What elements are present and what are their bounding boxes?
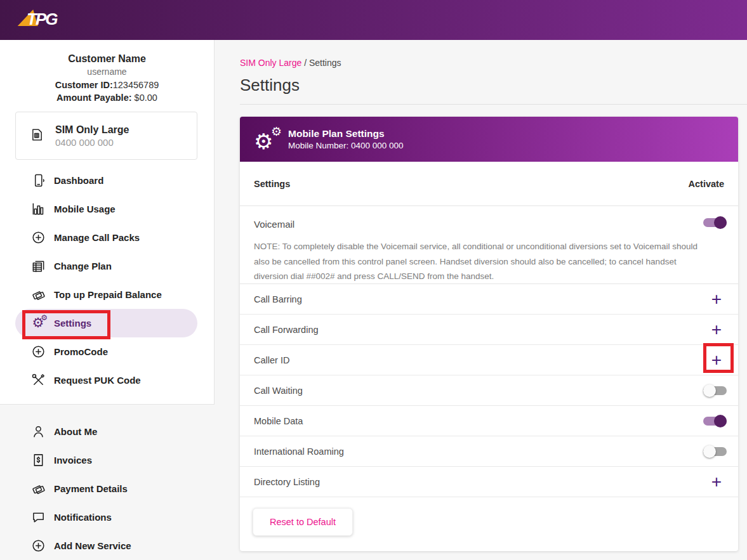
amount-payable-line: Amount Payable: $0.00 xyxy=(0,91,214,104)
sidebar-item-label: Top up Prepaid Balance xyxy=(54,289,162,300)
customer-profile: Customer Name username Customer ID:12345… xyxy=(0,40,214,104)
sidebar: Customer Name username Customer ID:12345… xyxy=(0,40,215,405)
expand-plus-icon[interactable]: + xyxy=(711,322,727,337)
sidebar-item-manage-call-packs[interactable]: Manage Call Packs xyxy=(15,223,197,252)
sidebar-item-label: Mobile Usage xyxy=(54,204,116,214)
customer-name: Customer Name xyxy=(0,53,214,65)
settings-rows: Call Barring+Call Forwarding+Caller ID+C… xyxy=(240,284,738,497)
setting-row-directory-listing[interactable]: Directory Listing+ xyxy=(240,467,738,497)
toggle-switch[interactable] xyxy=(703,216,727,229)
sidebar-nav-secondary: About Me Invoices Payment Details Notifi… xyxy=(0,417,215,560)
sidebar-item-notifications[interactable]: Notifications xyxy=(15,503,198,531)
setting-row-call-waiting[interactable]: Call Waiting xyxy=(240,375,738,406)
sidebar-item-change-plan[interactable]: Change Plan xyxy=(15,252,197,280)
plan-card-title: SIM Only Large xyxy=(55,124,129,136)
sidebar-nav-primary: Dashboard Mobile Usage Manage Call Packs… xyxy=(0,166,214,394)
sidebar-item-label: Payment Details xyxy=(54,483,128,494)
tpg-logo-text: TPG xyxy=(27,10,56,29)
customer-username: username xyxy=(0,65,214,79)
sidebar-item-label: Dashboard xyxy=(54,175,103,186)
main-content: SIM Only Large / Settings Settings ⚙ ⚙ M… xyxy=(215,40,747,560)
expand-plus-icon[interactable]: + xyxy=(711,474,727,490)
sidebar-item-about-me[interactable]: About Me xyxy=(15,417,198,446)
bar-chart-icon xyxy=(30,202,46,217)
column-header-activate: Activate xyxy=(689,179,724,189)
settings-column-headers: Settings Activate xyxy=(240,162,738,206)
amount-payable-value: $0.00 xyxy=(135,93,157,103)
gears-icon: ⚙⚙ xyxy=(30,316,46,331)
breadcrumb-current: Settings xyxy=(309,58,341,68)
toggle-switch[interactable] xyxy=(703,384,727,397)
expand-plus-icon[interactable]: + xyxy=(711,353,727,368)
setting-row-label: Call Forwarding xyxy=(254,325,319,335)
setting-row-call-forwarding[interactable]: Call Forwarding+ xyxy=(240,315,738,345)
setting-row-international-roaming[interactable]: International Roaming xyxy=(240,436,738,467)
plan-icon xyxy=(30,259,46,274)
setting-row-label: Call Waiting xyxy=(254,386,303,396)
sidebar-item-label: Request PUK Code xyxy=(54,375,141,386)
sidebar-item-dashboard[interactable]: Dashboard xyxy=(15,166,197,195)
breadcrumb-parent-link[interactable]: SIM Only Large xyxy=(240,58,301,68)
voicemail-row: Voicemail xyxy=(240,206,738,231)
setting-row-mobile-data[interactable]: Mobile Data xyxy=(240,406,738,436)
gears-icon: ⚙ ⚙ xyxy=(254,126,283,153)
breadcrumb: SIM Only Large / Settings xyxy=(240,58,747,68)
sidebar-item-label: Invoices xyxy=(54,455,92,466)
sidebar-item-payment-details[interactable]: Payment Details xyxy=(15,474,198,503)
toggle-knob xyxy=(703,445,716,458)
toggle-switch[interactable] xyxy=(703,415,727,427)
settings-panel: ⚙ ⚙ Mobile Plan Settings Mobile Number: … xyxy=(240,117,738,551)
sidebar-item-label: Manage Call Packs xyxy=(54,232,140,243)
toggle-knob xyxy=(703,384,716,397)
plan-card-number: 0400 000 000 xyxy=(55,136,129,148)
phone-icon xyxy=(30,173,46,188)
plus-circle-icon xyxy=(30,538,46,554)
expand-plus-icon[interactable]: + xyxy=(711,292,727,307)
plan-card[interactable]: SIM Only Large 0400 000 000 xyxy=(15,112,197,160)
customer-id-line: Customer ID:123456789 xyxy=(0,79,214,91)
sidebar-item-label: PromoCode xyxy=(54,346,108,357)
cards-icon xyxy=(30,287,46,303)
sidebar-item-top-up-prepaid-balance[interactable]: Top up Prepaid Balance xyxy=(15,280,197,309)
person-icon xyxy=(30,424,46,440)
setting-row-call-barring[interactable]: Call Barring+ xyxy=(240,284,738,315)
toggle-switch[interactable] xyxy=(703,445,727,458)
sidebar-item-mobile-usage[interactable]: Mobile Usage xyxy=(15,195,197,223)
setting-row-caller-id[interactable]: Caller ID+ xyxy=(240,345,738,375)
voicemail-label: Voicemail xyxy=(254,219,294,230)
invoice-icon xyxy=(30,453,46,468)
voicemail-note: NOTE: To completely disable the Voicemai… xyxy=(240,231,724,284)
title-divider xyxy=(240,104,747,105)
sidebar-item-settings[interactable]: ⚙⚙ Settings xyxy=(15,309,197,337)
toggle-knob xyxy=(714,415,727,427)
setting-row-label: Caller ID xyxy=(254,355,289,365)
voicemail-section: Voicemail NOTE: To completely disable th… xyxy=(240,206,738,284)
setting-row-label: International Roaming xyxy=(254,446,344,457)
plus-circle-icon xyxy=(30,344,46,360)
sidebar-item-invoices[interactable]: Invoices xyxy=(15,446,198,474)
page-title: Settings xyxy=(240,75,747,95)
tools-icon xyxy=(30,373,46,388)
top-header-bar: TPG xyxy=(0,0,747,40)
reset-area: Reset to Default xyxy=(240,497,738,551)
tpg-logo[interactable]: TPG xyxy=(23,8,77,32)
banner-title: Mobile Plan Settings xyxy=(288,127,404,140)
setting-row-label: Mobile Data xyxy=(254,416,303,426)
sidebar-item-request-puk-code[interactable]: Request PUK Code xyxy=(15,366,197,394)
sim-card-icon xyxy=(30,127,46,144)
sidebar-item-label: Notifications xyxy=(54,512,112,523)
sidebar-item-add-new-service[interactable]: Add New Service xyxy=(15,531,198,560)
column-header-settings: Settings xyxy=(254,179,290,189)
sidebar-item-label: About Me xyxy=(54,426,97,437)
amount-payable-label: Amount Payable: xyxy=(56,93,131,103)
sidebar-item-label: Change Plan xyxy=(54,261,112,271)
mobile-plan-settings-banner: ⚙ ⚙ Mobile Plan Settings Mobile Number: … xyxy=(240,117,738,162)
setting-row-label: Call Barring xyxy=(254,294,302,304)
reset-to-default-button[interactable]: Reset to Default xyxy=(253,508,353,536)
toggle-knob xyxy=(714,216,727,229)
sidebar-item-label: Settings xyxy=(54,318,91,329)
banner-subtitle: Mobile Number: 0400 000 000 xyxy=(288,140,404,152)
sidebar-item-promocode[interactable]: PromoCode xyxy=(15,337,197,366)
customer-id-label: Customer ID: xyxy=(55,80,113,90)
setting-row-label: Directory Listing xyxy=(254,477,320,487)
